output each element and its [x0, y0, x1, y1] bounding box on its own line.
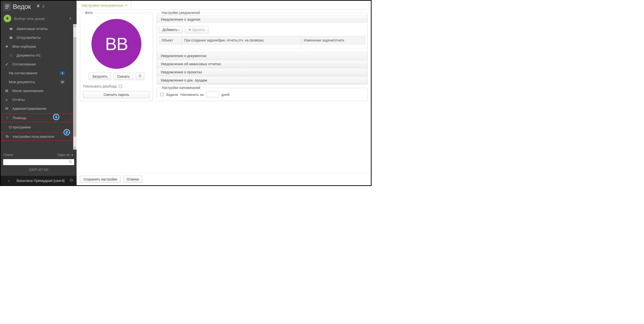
sidebar-item-label: Помощь — [13, 116, 27, 120]
notif-count: 0 — [42, 4, 44, 9]
col-on-change[interactable]: Изменение задачи/отчета — [301, 36, 365, 44]
accordion-documents[interactable]: Уведомления о документах — [157, 52, 367, 60]
logout-icon[interactable] — [70, 178, 74, 183]
tab-label: Настройки пользователя — [82, 3, 123, 7]
table-row[interactable] — [159, 44, 365, 50]
sidebar-item-label: Администрирование — [12, 106, 46, 111]
sidebar-item-admin[interactable]: Администрирование — [1, 104, 73, 113]
collapse-sidebar-button[interactable]: « — [4, 178, 14, 183]
col-on-create[interactable]: При создании задачи/фин. отчета,отч. на … — [182, 36, 301, 44]
sidebar-item-label: Отгрузки/Акты — [16, 35, 40, 39]
chevron-down-icon: ▼ — [71, 153, 74, 157]
sidebar-item-label: Настройки пользователя — [13, 135, 54, 139]
sidebar-item-favorites[interactable]: Мои подборки — [1, 42, 73, 51]
sidebar-item-label: На согласование — [9, 71, 38, 75]
sidebar-item-reports[interactable]: Отчёты — [1, 95, 73, 104]
reminders-legend: Настройки напоминаний — [160, 86, 202, 90]
sidebar-item-label: О программе — [9, 125, 31, 129]
notifications-table: Объект При создании задачи/фин. отчета,о… — [159, 36, 365, 50]
cancel-button[interactable]: Отмена — [123, 176, 142, 183]
sidebar-item-user-settings[interactable]: Настройки пользователя — [2, 132, 72, 141]
chevron-down-icon: ▼ — [69, 17, 72, 20]
sidebar-item-label: Мои подборки — [12, 44, 36, 48]
sidebar-nav: Авансовые отчеты Отгрузки/Акты Мои подбо… — [1, 24, 73, 150]
scroll-down-arrow[interactable]: ▼ — [73, 146, 76, 150]
add-button[interactable]: + — [4, 15, 11, 22]
photo-legend: Фото — [84, 11, 94, 15]
sidebar-item-about[interactable]: О программе — [1, 123, 73, 132]
remind-days-input[interactable] — [206, 92, 219, 98]
sidebar-item-docs-i1[interactable]: Документы И1 — [1, 51, 73, 60]
footer: Сохранить настройки Отмена — [76, 173, 371, 185]
doc-type-select[interactable]: Выбор типа докум ▼ — [14, 16, 74, 21]
logo[interactable]: Ведок — [3, 3, 31, 11]
current-user-label: Василиса Премудрая [user4] — [16, 178, 68, 183]
accordion-sales[interactable]: Уведомления о док. продаж — [157, 76, 367, 84]
question-icon: ? — [5, 116, 9, 120]
search-box — [3, 159, 74, 165]
gear-icon — [5, 135, 9, 138]
sidebar-item-to-approve[interactable]: На согласование 1 — [1, 69, 73, 77]
x-icon: ✖ — [188, 28, 192, 32]
chart-icon — [4, 98, 9, 101]
sidebar-scrollbar[interactable]: ▲ ▼ — [73, 24, 76, 150]
refresh-icon — [138, 75, 142, 78]
sidebar-item-label: Отчёты — [12, 98, 25, 102]
remind-in-label: Напомнить за — [180, 93, 204, 97]
search-input[interactable] — [5, 160, 69, 164]
sidebar-item-help[interactable]: ? Помощь — [2, 113, 72, 122]
notifications-panel: Настройки уведомлений Уведомления о зада… — [157, 13, 368, 85]
sidebar: Ведок 0 + Выбор типа докум ▼ — [1, 1, 76, 185]
timezone-label: GMT+07:00 — [3, 165, 74, 174]
scroll-thumb[interactable] — [74, 37, 76, 137]
search-mode-select[interactable]: Одно из ▼ — [57, 153, 74, 157]
heart-icon — [4, 45, 9, 48]
sidebar-item-app-menu[interactable]: Меню приложения — [1, 86, 73, 95]
search-label: Поиск — [4, 153, 13, 157]
days-label: дней — [221, 93, 230, 97]
sidebar-header: Ведок 0 — [1, 1, 76, 13]
search-icon[interactable] — [69, 160, 72, 164]
change-password-button[interactable]: Сменить пароль — [83, 91, 150, 98]
count-badge: 1 — [60, 71, 64, 75]
sidebar-item-label: Меню приложения — [12, 89, 44, 93]
upload-button[interactable]: Загрузить — [88, 73, 111, 80]
tab-user-settings[interactable]: Настройки пользователя ✕ — [78, 1, 131, 9]
search-icon — [9, 54, 13, 57]
sidebar-item-approval[interactable]: Согласование — [1, 60, 73, 69]
save-button[interactable]: Сохранить настройки — [80, 176, 121, 183]
tab-bar: Настройки пользователя ✕ — [76, 1, 371, 9]
scroll-track[interactable] — [73, 27, 76, 146]
tasks-reminder-label: Задачи — [166, 93, 178, 97]
sidebar-item-label: Авансовые отчеты — [16, 27, 48, 31]
close-icon[interactable]: ✕ — [125, 3, 128, 7]
sidebar-item-label: Документы И1 — [16, 53, 41, 57]
reminders-panel: Настройки напоминаний Задачи Напомнить з… — [157, 88, 368, 101]
logo-icon — [3, 3, 11, 11]
sidebar-bottom: Поиск Одно из ▼ GMT+07:00 — [1, 150, 76, 176]
accordion-tasks[interactable]: Уведомления о задачах — [157, 15, 367, 23]
bell-icon — [36, 4, 40, 9]
photo-panel: Фото ВВ Загрузить Скачать Показывать даш… — [80, 13, 153, 101]
accordion-advance[interactable]: Уведомления об авансовых отчетах — [157, 60, 367, 68]
sidebar-item-my-docs[interactable]: Мои документы 0 — [1, 77, 73, 86]
refresh-button[interactable] — [136, 73, 144, 80]
download-button[interactable]: Скачать — [114, 73, 134, 80]
gears-icon — [4, 107, 9, 110]
tasks-reminder-checkbox[interactable] — [160, 93, 164, 96]
sidebar-item-shipments[interactable]: Отгрузки/Акты — [1, 33, 73, 42]
col-object[interactable]: Объект — [159, 36, 182, 44]
add-notification-button[interactable]: Добавить — [159, 26, 183, 33]
delete-notification-button[interactable]: ✖ Удалить — [185, 26, 208, 33]
sidebar-item-advance-reports[interactable]: Авансовые отчеты — [1, 24, 73, 33]
sidebar-item-label: Согласование — [12, 62, 36, 66]
edit-icon — [4, 63, 9, 66]
accordion-tasks-body: Добавить ✖ Удалить Объект При создании з… — [157, 23, 367, 51]
scroll-up-arrow[interactable]: ▲ — [73, 24, 76, 27]
accordion-projects[interactable]: Уведомления о проектах — [157, 68, 367, 76]
brand-text: Ведок — [13, 3, 31, 10]
grid-icon — [4, 89, 9, 93]
show-dashboard-checkbox[interactable] — [119, 85, 122, 88]
avatar: ВВ — [92, 19, 142, 69]
notifications-bell[interactable]: 0 — [36, 4, 44, 9]
